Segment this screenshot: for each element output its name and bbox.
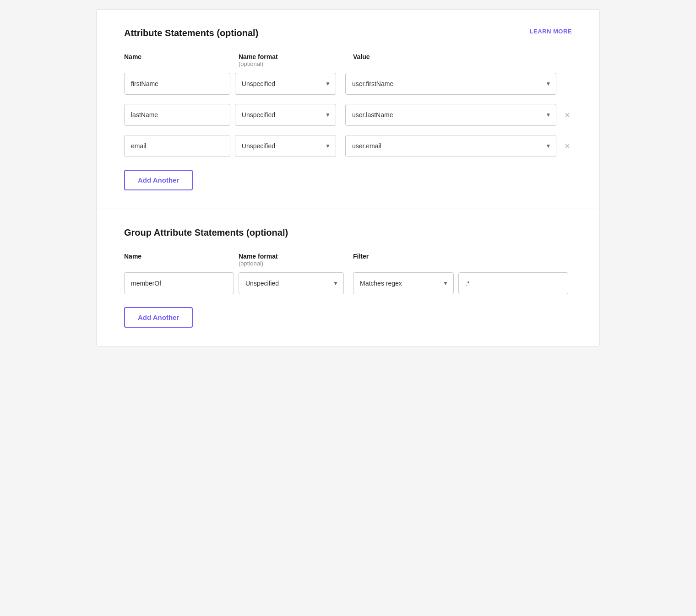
group-statements-header: Group Attribute Statements (optional) [124, 227, 572, 238]
attr-col-name-header: Name [124, 53, 234, 60]
attribute-statements-title: Attribute Statements (optional) [124, 28, 258, 38]
group-filter-input-wrapper-0 [458, 272, 568, 294]
attr-value-select-0[interactable]: user.firstName [345, 73, 556, 95]
group-columns-header: Name Name format (optional) Filter [124, 253, 572, 267]
attr-value-wrapper-1: user.lastName ▼ [345, 104, 556, 126]
group-statements-title: Group Attribute Statements (optional) [124, 227, 288, 238]
attr-format-wrapper-2: Unspecified URI Reference Basic None ▼ [235, 135, 336, 157]
attr-value-select-1[interactable]: user.lastName [345, 104, 556, 126]
attr-row-2: Unspecified URI Reference Basic None ▼ u… [124, 135, 572, 157]
attr-remove-btn-2[interactable]: × [563, 141, 572, 151]
attr-add-another-button[interactable]: Add Another [124, 170, 193, 190]
attr-columns-header: Name Name format (optional) Value [124, 53, 572, 67]
group-col-format-optional: (optional) [239, 260, 344, 267]
group-row-0: Unspecified URI Reference Basic None ▼ M… [124, 272, 572, 294]
group-col-name-header: Name [124, 253, 234, 260]
group-filter-value-input-0[interactable] [458, 272, 568, 294]
group-format-wrapper-0: Unspecified URI Reference Basic None ▼ [239, 272, 344, 294]
group-filter-type-select-0[interactable]: Matches regex Starts with Equals Contain… [353, 272, 454, 294]
attr-format-wrapper-0: Unspecified URI Reference Basic None ▼ [235, 73, 336, 95]
group-filter-type-wrapper-0: Matches regex Starts with Equals Contain… [353, 272, 454, 294]
attr-name-input-2[interactable] [124, 135, 230, 157]
group-attribute-statements-section: Group Attribute Statements (optional) Na… [97, 209, 599, 346]
attr-format-select-2[interactable]: Unspecified URI Reference Basic None [235, 135, 336, 157]
attr-name-input-0[interactable] [124, 73, 230, 95]
learn-more-link[interactable]: LEARN MORE [530, 28, 572, 35]
group-format-select-0[interactable]: Unspecified URI Reference Basic None [239, 272, 344, 294]
attr-row-0: Unspecified URI Reference Basic None ▼ u… [124, 73, 572, 95]
attr-remove-btn-1[interactable]: × [563, 110, 572, 119]
attr-value-select-2[interactable]: user.email [345, 135, 556, 157]
group-add-another-button[interactable]: Add Another [124, 307, 193, 328]
main-card: Attribute Statements (optional) LEARN MO… [96, 9, 600, 346]
group-name-input-0[interactable] [124, 272, 234, 294]
attr-row-1: Unspecified URI Reference Basic None ▼ u… [124, 104, 572, 126]
attr-col-format-header: Name format [239, 53, 344, 60]
attr-format-select-0[interactable]: Unspecified URI Reference Basic None [235, 73, 336, 95]
attr-col-value-header: Value [353, 53, 370, 60]
attribute-statements-header: Attribute Statements (optional) LEARN MO… [124, 28, 572, 38]
attr-format-wrapper-1: Unspecified URI Reference Basic None ▼ [235, 104, 336, 126]
attr-name-input-1[interactable] [124, 104, 230, 126]
attr-value-wrapper-0: user.firstName ▼ [345, 73, 556, 95]
attribute-statements-section: Attribute Statements (optional) LEARN MO… [97, 10, 599, 209]
group-col-filter-header: Filter [353, 253, 369, 260]
attr-format-select-1[interactable]: Unspecified URI Reference Basic None [235, 104, 336, 126]
group-col-format-header: Name format [239, 253, 344, 260]
attr-value-wrapper-2: user.email ▼ [345, 135, 556, 157]
attr-col-format-optional: (optional) [239, 60, 344, 67]
